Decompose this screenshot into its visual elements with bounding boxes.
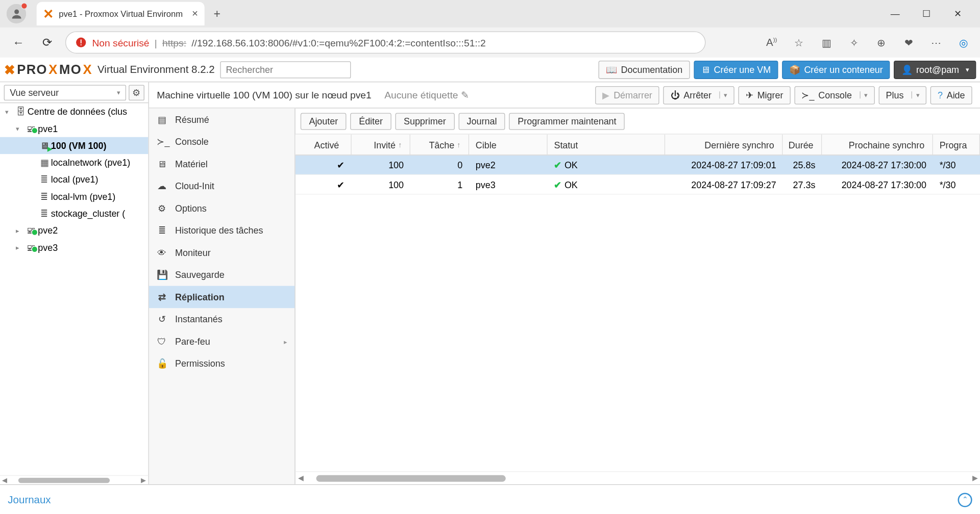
pencil-icon: ✎ — [461, 89, 470, 101]
copilot-icon[interactable]: ◎ — [955, 36, 972, 48]
tab-strip: pve1 - Proxmox Virtual Environm × + — ☐ … — [0, 0, 980, 28]
read-aloud-icon[interactable]: A)) — [763, 36, 780, 48]
col-enabled[interactable]: Activé — [296, 135, 352, 155]
col-guest[interactable]: Invité↑ — [352, 135, 410, 155]
tab-summary[interactable]: ▤Résumé — [149, 108, 295, 131]
log-footer[interactable]: Journaux ⌃ — [0, 484, 980, 514]
menu-icon[interactable]: ⋯ — [928, 36, 945, 48]
console-button[interactable]: ≻_Console▾ — [794, 86, 875, 104]
table-row[interactable]: ✔1001pve3✔OK2024-08-27 17:09:2727.3s2024… — [296, 175, 980, 194]
help-button[interactable]: ?Aide — [930, 86, 972, 104]
maximize-button[interactable]: ☐ — [917, 9, 936, 19]
edit-button[interactable]: Éditer — [351, 113, 391, 130]
table-row[interactable]: ✔1000pve2✔OK2024-08-27 17:09:0125.8s2024… — [296, 156, 980, 175]
resource-tree[interactable]: ▾🗄Centre de données (clus ▾🖳pve1 🖥100 (V… — [0, 103, 149, 475]
tab-backup[interactable]: 💾Sauvegarde — [149, 264, 295, 286]
tree-localnetwork[interactable]: ▦localnetwork (pve1) — [0, 154, 149, 171]
col-target[interactable]: Cible — [469, 135, 548, 155]
col-schedule[interactable]: Progra — [933, 135, 980, 155]
create-container-button[interactable]: 📦Créer un conteneur — [782, 60, 890, 79]
favorites-icon[interactable]: ☆ — [791, 36, 807, 48]
tree-node-pve2[interactable]: ▸🖳pve2 — [0, 222, 149, 239]
tab-console[interactable]: ≻_Console — [149, 131, 295, 153]
tree-local-lvm[interactable]: ≣local-lvm (pve1) — [0, 188, 149, 205]
book-icon: 📖 — [606, 64, 617, 74]
tab-firewall[interactable]: 🛡Pare-feu▸ — [149, 330, 295, 353]
tree-node-pve3[interactable]: ▸🖳pve3 — [0, 239, 149, 255]
list-icon: ≣ — [157, 225, 167, 236]
addr-right-icons: A)) ☆ ▥ ✧ ⊕ ❤ ⋯ ◎ — [763, 36, 972, 48]
shield-icon[interactable]: ❤ — [900, 36, 917, 48]
tags-label[interactable]: Aucune étiquette✎ — [384, 89, 469, 101]
col-duration[interactable]: Durée — [782, 135, 822, 155]
col-status[interactable]: Statut — [548, 135, 665, 155]
tab-replication[interactable]: ⇄Réplication — [149, 286, 295, 309]
grid-body: ✔1000pve2✔OK2024-08-27 17:09:0125.8s2024… — [296, 156, 980, 472]
extensions-icon[interactable]: ⊕ — [873, 36, 890, 48]
search-input[interactable] — [220, 61, 351, 78]
close-tab-icon[interactable]: × — [192, 8, 198, 19]
col-last-sync[interactable]: Dernière synchro — [665, 135, 782, 155]
add-button[interactable]: Ajouter — [301, 113, 347, 130]
gear-button[interactable]: ⚙ — [129, 85, 144, 100]
minimize-button[interactable]: — — [886, 9, 904, 19]
back-button[interactable]: ← — [8, 32, 29, 53]
tab-snapshots[interactable]: ↺Instantanés — [149, 308, 295, 330]
proxmox-logo: ✖PROXMOX — [4, 62, 92, 78]
shutdown-button[interactable]: ⏻Arrêter▾ — [664, 86, 734, 104]
refresh-button[interactable]: ⟳ — [37, 32, 58, 53]
close-window-button[interactable]: ✕ — [949, 9, 967, 19]
scroll-thumb[interactable] — [316, 475, 506, 481]
schedule-now-button[interactable]: Programmer maintenant — [509, 113, 625, 130]
tree-hscroll[interactable]: ◀▶ — [0, 475, 149, 484]
tree-node-pve1[interactable]: ▾🖳pve1 — [0, 120, 149, 137]
tab-cloudinit[interactable]: ☁Cloud-Init — [149, 175, 295, 197]
tree-datacenter[interactable]: ▾🗄Centre de données (clus — [0, 103, 149, 120]
split-icon[interactable]: ▥ — [818, 36, 835, 48]
url-input[interactable]: Non sécurisé | https://192.168.56.103:80… — [65, 31, 705, 54]
app-header: ✖PROXMOX Virtual Environment 8.2.2 📖Docu… — [0, 58, 980, 83]
view-selector[interactable]: Vue serveur▾ — [4, 85, 126, 100]
url-protocol: https: — [162, 37, 186, 48]
scroll-thumb[interactable] — [18, 477, 110, 482]
tab-options[interactable]: ⚙Options — [149, 197, 295, 220]
documentation-button[interactable]: 📖Documentation — [599, 60, 690, 79]
url-path: //192.168.56.103:8006/#v1:0:=qemu%2F100:… — [191, 37, 485, 48]
new-tab-button[interactable]: + — [207, 4, 227, 23]
gear-icon: ⚙ — [157, 203, 167, 213]
tree-vm-100[interactable]: 🖥100 (VM 100) — [0, 137, 149, 154]
content-hscroll[interactable]: ◀▶ — [296, 471, 980, 484]
collections-icon[interactable]: ✧ — [845, 36, 862, 48]
collapse-log-icon[interactable]: ⌃ — [958, 493, 972, 507]
chevron-down-icon[interactable]: ▾ — [860, 91, 867, 98]
cell-schedule: */30 — [933, 179, 980, 189]
start-button[interactable]: ▶Démarrer — [595, 86, 659, 104]
tree-local-storage[interactable]: ≣local (pve1) — [0, 171, 149, 188]
user-menu-button[interactable]: 👤root@pam▾ — [894, 60, 976, 79]
eye-icon: 👁 — [157, 247, 167, 258]
remove-button[interactable]: Supprimer — [395, 113, 454, 130]
log-button[interactable]: Journal — [458, 113, 505, 130]
chevron-down-icon[interactable]: ▾ — [912, 91, 919, 98]
cell-last-sync: 2024-08-27 17:09:01 — [665, 160, 782, 170]
cell-duration: 25.8s — [782, 160, 822, 170]
log-toggle[interactable]: Journaux — [8, 494, 51, 505]
migrate-button[interactable]: ✈Migrer — [739, 86, 791, 104]
col-task[interactable]: Tâche↑ — [410, 135, 469, 155]
svg-rect-2 — [81, 44, 82, 45]
tree-stockage-cluster[interactable]: ≣stockage_cluster ( — [0, 205, 149, 222]
tab-permissions[interactable]: 🔓Permissions — [149, 352, 295, 375]
profile-avatar[interactable] — [7, 4, 26, 23]
tab-task-history[interactable]: ≣Historique des tâches — [149, 219, 295, 242]
chevron-down-icon[interactable]: ▾ — [719, 91, 727, 98]
create-vm-button[interactable]: 🖥Créer une VM — [694, 60, 778, 79]
browser-tab[interactable]: pve1 - Proxmox Virtual Environm × — [37, 2, 205, 25]
proxmox-favicon — [43, 9, 53, 19]
cell-enabled: ✔ — [296, 179, 352, 189]
tab-hardware[interactable]: 🖥Matériel — [149, 153, 295, 175]
cell-enabled: ✔ — [296, 160, 352, 170]
col-next-sync[interactable]: Prochaine synchro — [822, 135, 933, 155]
vm-icon: 🖥 — [38, 140, 51, 150]
more-button[interactable]: Plus▾ — [879, 86, 927, 104]
tab-monitor[interactable]: 👁Moniteur — [149, 242, 295, 264]
